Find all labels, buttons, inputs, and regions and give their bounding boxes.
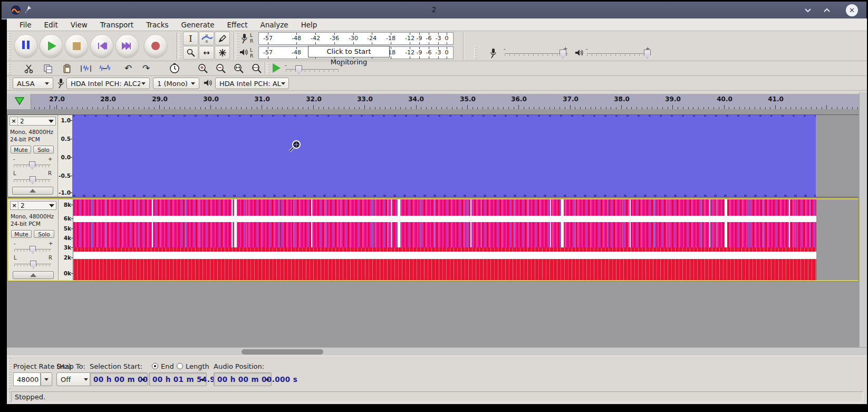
- track-1-panel[interactable]: × 2 Mono, 48000Hz 24-bit PCM Mute Solo -…: [8, 115, 58, 197]
- undo-button[interactable]: ↶: [122, 62, 134, 74]
- play-speed-slider-thumb[interactable]: [295, 65, 302, 74]
- solo-button[interactable]: Solo: [33, 146, 54, 154]
- snap-to-select[interactable]: Off: [56, 372, 92, 386]
- recording-volume-slider-thumb[interactable]: [560, 50, 566, 59]
- menu-item-analyze[interactable]: Analyze: [254, 21, 294, 29]
- timeline-ruler[interactable]: 27.0 28.0 29.0 30.0 31.0 32.0 33.0 34.0 …: [7, 94, 859, 110]
- cut-button[interactable]: [23, 62, 35, 74]
- play-pin-icon[interactable]: [14, 97, 25, 106]
- sync-lock-button[interactable]: [168, 62, 181, 74]
- mute-button[interactable]: Mute: [11, 230, 32, 238]
- play-speed-slider[interactable]: [286, 69, 339, 70]
- close-button[interactable]: ✕: [846, 4, 858, 16]
- selection-end-field[interactable]: 00 h 01 m 54.944 s: [149, 372, 207, 386]
- pause-button[interactable]: [14, 34, 37, 58]
- menu-item-help[interactable]: Help: [295, 21, 324, 29]
- solo-button[interactable]: Solo: [34, 230, 54, 238]
- gain-min: -: [13, 156, 15, 162]
- track-name[interactable]: 2: [18, 202, 49, 209]
- horizontal-scrollbar[interactable]: [7, 347, 867, 356]
- project-rate-value[interactable]: 48000: [13, 372, 41, 386]
- menu-item-view[interactable]: View: [64, 21, 94, 29]
- fit-selection-button[interactable]: [233, 62, 245, 74]
- draw-tool-button[interactable]: [215, 32, 230, 45]
- playback-volume-slider[interactable]: [587, 53, 650, 54]
- project-rate-select[interactable]: [41, 372, 52, 386]
- envelope-tool-button[interactable]: [199, 32, 214, 45]
- menu-item-edit[interactable]: Edit: [38, 21, 64, 29]
- vertical-scrollbar[interactable]: [859, 92, 867, 347]
- menu-item-tracks[interactable]: Tracks: [140, 21, 175, 29]
- selection-tool-button[interactable]: I: [183, 32, 198, 45]
- recording-meter[interactable]: -57 -48 -42 -36 -30 -24 -18 -12 -9 -6 -3…: [258, 32, 454, 45]
- zoom-tool-button[interactable]: [183, 46, 198, 60]
- zoom-in-button[interactable]: [197, 62, 209, 74]
- recording-volume-slider[interactable]: [505, 53, 568, 54]
- length-radio[interactable]: [177, 363, 183, 369]
- trim-audio-button[interactable]: [80, 62, 92, 74]
- menu-item-generate[interactable]: Generate: [175, 21, 221, 29]
- transport-toolbar-grip[interactable]: [8, 33, 12, 59]
- spectrogram-clip[interactable]: [73, 199, 816, 280]
- menu-item-file[interactable]: File: [13, 21, 38, 29]
- menu-item-effect[interactable]: Effect: [221, 21, 254, 29]
- pan-slider-thumb[interactable]: [30, 261, 36, 269]
- playback-device-select[interactable]: HDA Intel PCH: AL: [215, 78, 289, 89]
- horizontal-scrollbar-thumb[interactable]: [242, 349, 323, 354]
- track-close-button[interactable]: ×: [11, 202, 18, 209]
- playback-volume-slider-thumb[interactable]: [644, 50, 651, 59]
- waveform-clip[interactable]: [73, 115, 816, 197]
- track-collapse-button[interactable]: [12, 187, 53, 195]
- minimize-button[interactable]: [802, 5, 814, 16]
- track-menu-icon[interactable]: [49, 120, 54, 123]
- recording-device-select[interactable]: HDA Intel PCH: ALC26: [66, 78, 150, 89]
- track-2-vertical-ruler[interactable]: 8k 6k 5k 4k 3k 2k 0k: [59, 199, 73, 280]
- menu-item-transport[interactable]: Transport: [94, 21, 140, 29]
- track-2-panel[interactable]: × 2 Mono, 48000Hz 24-bit PCM Mute Solo -…: [8, 199, 59, 280]
- recording-channels-select[interactable]: 1 (Mono): [153, 78, 199, 89]
- time-shift-tool-button[interactable]: ↔: [199, 46, 214, 60]
- record-button[interactable]: [144, 34, 167, 58]
- gain-slider-thumb[interactable]: [29, 161, 35, 169]
- meter-toolbar-grip[interactable]: [236, 33, 239, 59]
- audio-position-field[interactable]: 00 h 00 m 00.000 s: [214, 372, 272, 386]
- tools-toolbar-grip[interactable]: [179, 33, 182, 59]
- track-1-vertical-ruler[interactable]: 1.0 0.5 0.0 -0.5 -1.0: [58, 115, 73, 197]
- maximize-button[interactable]: [821, 5, 833, 16]
- mute-button[interactable]: Mute: [11, 146, 31, 154]
- device-toolbar-grip[interactable]: [8, 77, 12, 89]
- track-collapse-button[interactable]: [13, 271, 54, 279]
- play-at-speed-grip[interactable]: [267, 62, 271, 74]
- edit-toolbar-grip[interactable]: [8, 62, 12, 74]
- redo-button[interactable]: ↷: [140, 62, 152, 74]
- monitoring-tooltip[interactable]: Click to Start Monitoring: [308, 46, 390, 58]
- track-menu-icon[interactable]: [49, 204, 54, 207]
- track-info-line1: Mono, 48000Hz: [10, 129, 53, 135]
- multi-tool-button[interactable]: [215, 46, 230, 60]
- paste-button[interactable]: [61, 62, 73, 74]
- gain-slider-thumb[interactable]: [30, 246, 36, 254]
- silence-audio-button[interactable]: [99, 62, 111, 74]
- mixer-toolbar-grip[interactable]: [474, 47, 478, 59]
- play-pin-box[interactable]: [7, 94, 31, 109]
- pan-slider-thumb[interactable]: [30, 176, 36, 184]
- track-1-header[interactable]: × 2: [9, 117, 56, 126]
- mixer-speaker-icon: [575, 49, 584, 59]
- skip-to-start-button[interactable]: [90, 34, 113, 58]
- zoom-out-button[interactable]: [215, 62, 227, 74]
- end-radio[interactable]: [152, 363, 158, 369]
- titlebar[interactable]: 2 ✕: [2, 2, 866, 20]
- fit-project-button[interactable]: [250, 62, 263, 74]
- selection-start-field[interactable]: 00 h 00 m 00.000 s: [90, 372, 148, 386]
- track-close-button[interactable]: ×: [10, 117, 18, 125]
- ruler-label: 0k: [59, 270, 71, 276]
- stop-button[interactable]: [65, 34, 88, 58]
- skip-to-end-button[interactable]: [115, 34, 139, 58]
- track-2-header[interactable]: × 2: [10, 201, 56, 210]
- selection-toolbar-grip[interactable]: [8, 358, 12, 389]
- play-at-speed-button[interactable]: [273, 63, 281, 73]
- copy-button[interactable]: [42, 62, 54, 74]
- audio-host-select[interactable]: ALSA: [13, 78, 53, 89]
- play-button[interactable]: [40, 34, 63, 58]
- track-name[interactable]: 2: [18, 118, 49, 125]
